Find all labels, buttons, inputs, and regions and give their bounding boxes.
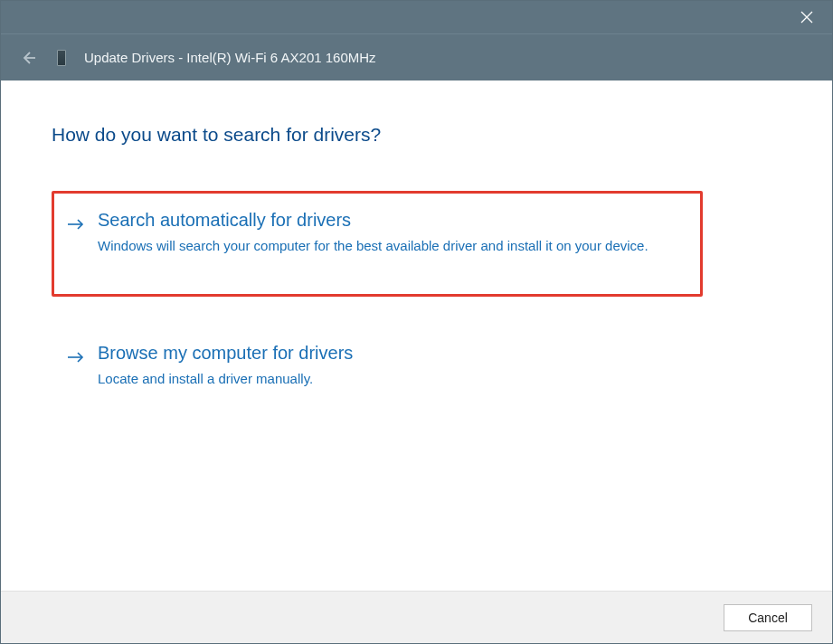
option-body: Search automatically for drivers Windows…	[98, 210, 687, 256]
update-drivers-window: Update Drivers - Intel(R) Wi-Fi 6 AX201 …	[0, 0, 833, 644]
titlebar	[1, 1, 832, 33]
close-icon	[800, 11, 813, 24]
option-browse-computer[interactable]: Browse my computer for drivers Locate an…	[52, 324, 703, 435]
back-arrow-icon	[20, 50, 36, 66]
cancel-button[interactable]: Cancel	[724, 604, 812, 631]
header-bar: Update Drivers - Intel(R) Wi-Fi 6 AX201 …	[1, 33, 832, 80]
option-description: Locate and install a driver manually.	[98, 369, 658, 389]
close-button[interactable]	[796, 6, 818, 28]
device-icon	[55, 49, 68, 67]
header-title: Update Drivers - Intel(R) Wi-Fi 6 AX201 …	[84, 50, 376, 65]
option-body: Browse my computer for drivers Locate an…	[98, 343, 687, 389]
arrow-right-icon	[67, 212, 85, 237]
footer-bar: Cancel	[1, 591, 832, 643]
arrow-right-icon	[67, 345, 85, 370]
option-search-automatically[interactable]: Search automatically for drivers Windows…	[52, 191, 703, 297]
option-description: Windows will search your computer for th…	[98, 236, 658, 256]
option-title: Search automatically for drivers	[98, 210, 687, 231]
content-area: How do you want to search for drivers? S…	[1, 80, 832, 591]
option-title: Browse my computer for drivers	[98, 343, 687, 364]
back-button[interactable]	[17, 47, 39, 69]
page-title: How do you want to search for drivers?	[52, 124, 781, 146]
